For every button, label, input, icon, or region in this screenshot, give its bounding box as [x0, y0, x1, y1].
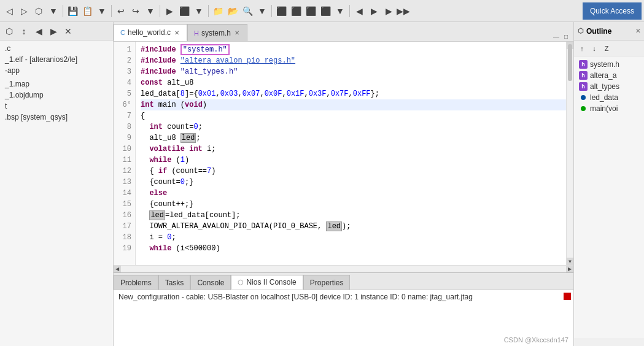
outline-tree: h system.h h altera_a h alt_types led_da…	[574, 56, 644, 339]
ln-5: 5	[114, 88, 135, 99]
outline-bottom-scroll[interactable]	[574, 339, 644, 346]
bottom-content: New_configuration - cable: USB-Blaster o…	[114, 290, 573, 346]
ln-12: 12	[114, 166, 135, 177]
toolbar-btn-nav4[interactable]: ▶▶	[397, 4, 410, 18]
code-editor[interactable]: 1 2 3 4 5 6° 7 8 9 10 11 12 13 14 15 16 …	[114, 42, 573, 265]
ln-7: 7	[114, 110, 135, 121]
toolbar-btn-8[interactable]: 📁	[211, 4, 225, 18]
sidebar-btn-1[interactable]: ⬡	[2, 25, 16, 38]
horizontal-scrollbar[interactable]: ◀ ▶	[114, 265, 573, 272]
toolbar-btn-3[interactable]: ⬡	[32, 4, 45, 18]
outline-label-main: main(voi	[590, 104, 618, 113]
tab-tasks[interactable]: Tasks	[158, 275, 191, 290]
h-scroll-track[interactable]	[121, 266, 566, 272]
code-line-11: while (1)	[141, 155, 566, 166]
toolbar-btn-run2[interactable]: ⬛	[177, 4, 191, 18]
minimize-editor-btn[interactable]: —	[551, 31, 561, 41]
toolbar-btn-2[interactable]: ▷	[17, 4, 31, 18]
tab-console[interactable]: Console	[190, 275, 231, 290]
toolbar-dropdown-6[interactable]: ▼	[333, 4, 347, 18]
tab-hello-world-close[interactable]: ✕	[173, 29, 180, 37]
maximize-editor-btn[interactable]: □	[561, 31, 571, 41]
toolbar-dropdown-1[interactable]: ▼	[47, 4, 60, 18]
tab-nios-console-label: Nios II Console	[246, 278, 296, 286]
tab-window-buttons: — □	[549, 31, 573, 41]
sidebar-item-map[interactable]: _1.map	[0, 79, 113, 90]
tab-hello-world-c[interactable]: C hello_world.c ✕	[114, 24, 187, 41]
stop-button[interactable]	[564, 293, 571, 300]
outline-btn-2[interactable]: ↓	[589, 43, 600, 54]
ln-18: 18	[114, 232, 135, 243]
toolbar-dropdown-5[interactable]: ▼	[255, 4, 269, 18]
outline-item-led-data[interactable]: led_data	[574, 92, 644, 103]
watermark: CSDN @Xkccsdn147	[504, 336, 568, 344]
sidebar-btn-3[interactable]: ◀	[32, 25, 45, 38]
scroll-left-arrow[interactable]: ◀	[114, 266, 121, 273]
toolbar-btn-nav3[interactable]: ▶	[382, 4, 395, 18]
scroll-right-arrow[interactable]: ▶	[566, 266, 573, 273]
sidebar-item-bsp[interactable]: .bsp [system_qsys]	[0, 112, 113, 123]
sidebar-btn-4[interactable]: ▶	[47, 25, 60, 38]
code-line-3: #include "alt_types.h"	[141, 66, 566, 77]
outline-label-led-data: led_data	[590, 93, 618, 102]
code-line-17: IOWR_ALTERA_AVALON_PIO_DATA(PIO_0_BASE, …	[141, 221, 566, 232]
outline-btn-3[interactable]: Z	[601, 43, 612, 54]
toolbar-btn-nav2[interactable]: ▶	[367, 4, 381, 18]
vertical-scrollbar[interactable]: ▲ ▼	[566, 42, 573, 265]
tab-problems[interactable]: Problems	[114, 275, 158, 290]
ln-9: 9	[114, 133, 135, 144]
outline-btn-1[interactable]: ↑	[576, 43, 588, 54]
sidebar-tree: .c _1.elf - [alteranios2/le] -app _1.map…	[0, 40, 113, 346]
toolbar-dropdown-3[interactable]: ▼	[144, 4, 157, 18]
tab-nios-console[interactable]: ⬡ Nios II Console	[231, 275, 303, 290]
toolbar-btn-10[interactable]: 🔍	[241, 4, 254, 18]
toolbar-btn-14[interactable]: ⬛	[319, 4, 332, 18]
toolbar-btn-4[interactable]: 💾	[66, 4, 79, 18]
toolbar-btn-5[interactable]: 📋	[80, 4, 94, 18]
toolbar-btn-run[interactable]: ▶	[163, 4, 176, 18]
toolbar-btn-12[interactable]: ⬛	[289, 4, 303, 18]
scroll-down-arrow[interactable]: ▼	[567, 258, 573, 265]
toolbar-dropdown-2[interactable]: ▼	[95, 4, 109, 18]
outline-item-main[interactable]: main(voi	[574, 103, 644, 114]
toolbar-btn-11[interactable]: ⬛	[274, 4, 288, 18]
quick-access-button[interactable]: Quick Access	[583, 2, 642, 20]
code-line-19: while (i<500000)	[141, 243, 566, 254]
outline-item-alt-types[interactable]: h alt_types	[574, 81, 644, 92]
scroll-thumb[interactable]	[568, 44, 572, 81]
ln-14: 14	[114, 188, 135, 199]
sidebar-btn-5[interactable]: ✕	[61, 25, 75, 38]
sidebar-item-objdump[interactable]: _1.objdump	[0, 90, 113, 101]
outline-dot-blue	[579, 93, 588, 102]
bottom-tabs: Problems Tasks Console ⬡ Nios II Console…	[114, 273, 573, 290]
tab-properties[interactable]: Properties	[303, 275, 351, 290]
sidebar-btn-2[interactable]: ↕	[17, 25, 31, 38]
tab-hello-world-label: hello_world.c	[128, 28, 171, 37]
tab-system-h-close[interactable]: ✕	[233, 29, 241, 37]
right-outline-panel: ⬡ Outline ✕ ↑ ↓ Z h system.h h altera_a …	[573, 22, 644, 346]
toolbar-btn-13[interactable]: ⬛	[304, 4, 317, 18]
outline-item-altera[interactable]: h altera_a	[574, 70, 644, 81]
code-line-10: volatile int i;	[141, 144, 566, 155]
sidebar-item-app[interactable]: -app	[0, 65, 113, 76]
h-file-icon: H	[194, 29, 199, 37]
toolbar-btn-9[interactable]: 📂	[226, 4, 239, 18]
toolbar-btn-7[interactable]: ↪	[129, 4, 142, 18]
close-outline-icon[interactable]: ✕	[635, 28, 640, 34]
toolbar-btn-6[interactable]: ↩	[114, 4, 128, 18]
toolbar-btn-nav1[interactable]: ◀	[352, 4, 366, 18]
outline-h-icon-1: h	[579, 60, 588, 69]
sidebar-item-c[interactable]: .c	[0, 43, 113, 54]
sidebar-item-t[interactable]: t	[0, 101, 113, 112]
ln-10: 10	[114, 144, 135, 155]
left-sidebar: ⬡ ↕ ◀ ▶ ✕ .c _1.elf - [alteranios2/le] -…	[0, 22, 114, 346]
outline-icon: ⬡	[578, 27, 584, 35]
code-content[interactable]: #include "system.h" #include "altera_ava…	[136, 42, 566, 265]
c-file-icon: C	[120, 29, 125, 36]
toolbar-dropdown-4[interactable]: ▼	[192, 4, 206, 18]
tab-system-h[interactable]: H system.h ✕	[187, 24, 247, 41]
sidebar-item-elf[interactable]: _1.elf - [alteranios2/le]	[0, 54, 113, 65]
outline-header: ⬡ Outline ✕	[574, 22, 644, 40]
toolbar-btn-1[interactable]: ◁	[2, 4, 16, 18]
outline-item-system-h[interactable]: h system.h	[574, 59, 644, 70]
